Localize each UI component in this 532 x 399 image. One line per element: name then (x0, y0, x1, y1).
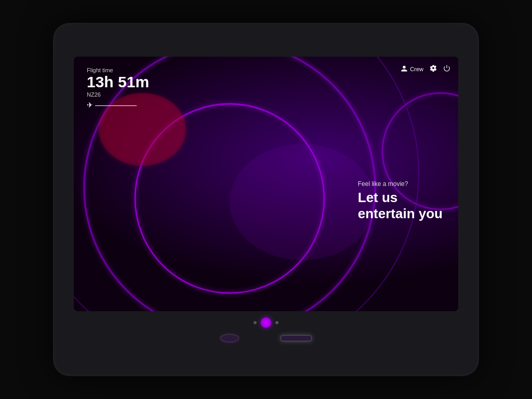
center-button[interactable] (261, 317, 271, 328)
plane-icon: ✈ (87, 101, 149, 109)
right-dot (275, 321, 278, 324)
left-dot (254, 321, 257, 324)
screen-indicators (254, 311, 278, 330)
crew-icon (401, 65, 408, 73)
crew-button[interactable]: Crew (401, 65, 423, 73)
crew-label: Crew (410, 66, 423, 72)
flight-number: NZ26 (87, 91, 149, 98)
oval-button[interactable] (220, 334, 239, 342)
settings-icon[interactable] (430, 64, 437, 73)
ife-screen: Flight time 13h 51m NZ26 ✈ Crew (74, 57, 458, 311)
bar-button[interactable] (281, 335, 312, 341)
physical-buttons (220, 330, 312, 342)
flight-time-value: 13h 51m (87, 74, 149, 90)
device-bezel: Flight time 13h 51m NZ26 ✈ Crew (53, 23, 479, 376)
power-icon[interactable] (443, 64, 450, 73)
flight-time-label: Flight time (87, 67, 149, 73)
screen-hero: Flight time 13h 51m NZ26 ✈ Crew (74, 57, 458, 243)
top-controls: Crew (401, 64, 450, 73)
tagline-main: Let us entertain you (358, 190, 443, 222)
flight-info: Flight time 13h 51m NZ26 ✈ (87, 67, 149, 109)
tagline-sub: Feel like a movie? (358, 180, 443, 188)
tagline: Feel like a movie? Let us entertain you (358, 180, 443, 222)
